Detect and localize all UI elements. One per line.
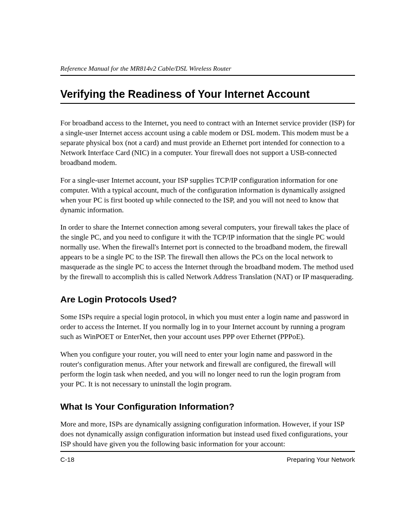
chapter-label: Preparing Your Network	[287, 456, 355, 463]
body-paragraph: In order to share the Internet connectio…	[60, 223, 355, 282]
page-number: C-18	[60, 456, 75, 463]
body-paragraph: For broadband access to the Internet, yo…	[60, 118, 355, 168]
page-footer: C-18 Preparing Your Network	[60, 456, 355, 463]
subsection-heading: What Is Your Configuration Information?	[60, 401, 355, 412]
subsection-heading: Are Login Protocols Used?	[60, 294, 355, 305]
footer-rule	[60, 451, 355, 452]
section-heading: Verifying the Readiness of Your Internet…	[60, 88, 355, 104]
body-paragraph: Some ISPs require a special login protoc…	[60, 312, 355, 342]
body-paragraph: For a single-user Internet account, your…	[60, 176, 355, 215]
running-header: Reference Manual for the MR814v2 Cable/D…	[60, 65, 355, 76]
body-paragraph: When you configure your router, you will…	[60, 350, 355, 389]
document-page: Reference Manual for the MR814v2 Cable/D…	[0, 0, 411, 532]
body-paragraph: More and more, ISPs are dynamically assi…	[60, 420, 355, 449]
